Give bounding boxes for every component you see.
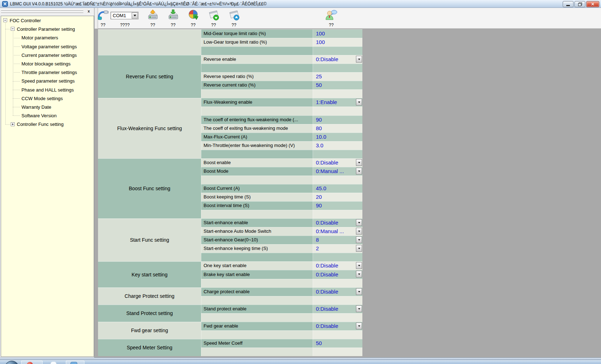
param-value-cell[interactable]: 1:Enable — [313, 98, 362, 107]
param-value[interactable]: 0:Disable — [316, 270, 338, 279]
tree-item-controller-func-setting[interactable]: Controller Func setting — [1, 120, 94, 128]
white-app-icon[interactable] — [50, 361, 57, 364]
tree-item-label: Motor blockage settings — [21, 61, 70, 67]
param-value-cell[interactable]: 45.0 — [313, 184, 362, 193]
tree-item-speed-parameter-settings[interactable]: Speed parameter settings — [1, 77, 94, 85]
minimize-button[interactable] — [563, 1, 573, 7]
param-value[interactable]: 90 — [316, 201, 322, 210]
read-params-button[interactable]: ?? — [145, 8, 161, 29]
param-value[interactable]: 0:Disable — [316, 322, 338, 330]
param-value[interactable]: 2 — [316, 244, 319, 253]
param-value-cell[interactable]: 0:Disable — [313, 322, 362, 330]
param-value-cell[interactable]: 100 — [313, 38, 362, 46]
com-port-dropdown-button[interactable] — [132, 13, 138, 19]
param-value-cell[interactable]: 0:Disable — [313, 218, 362, 227]
start-button[interactable] — [5, 361, 19, 364]
value-dropdown-button[interactable] — [356, 305, 362, 312]
param-value[interactable]: 90 — [316, 115, 322, 124]
taskbar-app-button[interactable] — [66, 360, 84, 364]
tree-item-controller-parameter-setting[interactable]: Controller Parameter setting — [1, 25, 94, 33]
param-value-cell[interactable]: 0:Disable — [313, 287, 362, 296]
param-value-cell[interactable]: 0:Disable — [313, 261, 362, 270]
value-dropdown-button[interactable] — [356, 219, 362, 226]
flash-button[interactable]: ?? — [185, 8, 201, 29]
panel-close-button[interactable]: x — [86, 9, 92, 14]
param-value[interactable]: 10.0 — [316, 133, 326, 141]
value-dropdown-button[interactable] — [356, 271, 362, 277]
param-value-cell[interactable]: 90 — [313, 115, 362, 124]
write-params-button[interactable]: ?? — [165, 8, 181, 29]
connect-button[interactable]: ?? — [95, 8, 111, 29]
param-value-cell[interactable]: 50 — [313, 339, 362, 348]
close-button[interactable]: ✕ — [586, 1, 599, 7]
param-value-cell[interactable]: 90 — [313, 201, 362, 210]
param-value[interactable]: 25 — [316, 72, 322, 81]
tree-item-throttle-parameter-settings[interactable]: Throttle parameter settings — [1, 68, 94, 77]
param-value-cell[interactable]: 50 — [313, 81, 362, 89]
param-value[interactable]: 0:Disable — [316, 158, 338, 167]
tree-item-warranty-date[interactable]: Warranty Date — [1, 103, 94, 111]
com-port-select[interactable]: COM1 — [111, 12, 138, 19]
tree-item-motor-parameters[interactable]: Motor parameters — [1, 33, 94, 42]
tree-item-voltage-parameter-settings[interactable]: Voltage parameter settings — [1, 42, 94, 51]
param-value-cell[interactable]: 2 — [313, 244, 362, 253]
param-value[interactable]: 3.0 — [316, 141, 323, 150]
export-button[interactable]: ?? — [226, 8, 242, 29]
param-value[interactable]: 50 — [316, 339, 322, 348]
param-value-cell[interactable]: 100 — [313, 29, 362, 38]
value-dropdown-button[interactable] — [356, 262, 362, 269]
param-value-cell[interactable]: 0:Disable — [313, 270, 362, 279]
taskbar-app-button[interactable] — [21, 360, 43, 364]
param-value-cell[interactable]: 25 — [313, 72, 362, 81]
value-dropdown-button[interactable] — [356, 323, 362, 329]
tree-item-label: Phase and HALL settings — [21, 87, 74, 92]
param-value[interactable]: 0:Disable — [316, 261, 338, 270]
param-value[interactable]: 45.0 — [316, 184, 326, 193]
value-dropdown-button[interactable] — [356, 99, 362, 105]
param-value-cell[interactable]: 0:Disable — [313, 305, 362, 313]
tree-item-phase-and-hall-settings[interactable]: Phase and HALL settings — [1, 85, 94, 94]
value-dropdown-button[interactable] — [356, 288, 362, 295]
value-dropdown-button[interactable] — [356, 159, 362, 166]
param-value[interactable]: 0:Disable — [316, 55, 338, 64]
import-button[interactable]: ?? — [205, 8, 222, 29]
param-value-cell[interactable]: 0:Manual ... — [313, 227, 362, 236]
param-value-cell[interactable]: 0:Disable — [313, 158, 362, 167]
collapse-icon[interactable] — [11, 27, 15, 31]
value-dropdown-button[interactable] — [356, 236, 362, 243]
param-value-cell[interactable]: 8 — [313, 236, 362, 244]
user-message-button[interactable]: ?? — [323, 8, 339, 29]
value-dropdown-button[interactable] — [356, 245, 362, 252]
param-value[interactable]: 0:Disable — [316, 305, 338, 313]
param-value[interactable]: 0:Disable — [316, 218, 338, 227]
tree-item-software-version[interactable]: Software Version — [1, 111, 94, 120]
collapse-icon[interactable] — [3, 18, 7, 22]
expand-icon[interactable] — [11, 122, 15, 126]
param-value[interactable]: 50 — [316, 81, 322, 89]
param-value[interactable]: 0:Manual ... — [316, 167, 344, 176]
param-value[interactable]: 100 — [316, 29, 325, 38]
param-value-cell[interactable]: 10.0 — [313, 133, 362, 141]
param-value-cell[interactable]: 0:Disable — [313, 55, 362, 64]
value-dropdown-button[interactable] — [356, 228, 362, 235]
grip-handle[interactable] — [1, 10, 83, 11]
value-dropdown-button[interactable] — [356, 56, 362, 63]
param-value[interactable]: 100 — [316, 38, 325, 46]
param-value[interactable]: 1:Enable — [316, 98, 337, 107]
param-value[interactable]: 80 — [316, 124, 322, 133]
param-value[interactable]: 8 — [316, 236, 319, 244]
restore-button[interactable] — [575, 1, 585, 7]
param-value[interactable]: 20 — [316, 193, 322, 201]
grip-handle[interactable] — [1, 12, 83, 13]
tree-item-current-parameter-settings[interactable]: Current parameter settings — [1, 51, 94, 59]
tree-item-ccw-mode-settings[interactable]: CCW Mode settings — [1, 94, 94, 103]
param-value-cell[interactable]: 80 — [313, 124, 362, 133]
param-value[interactable]: 0:Manual ... — [316, 227, 344, 236]
param-value-cell[interactable]: 3.0 — [313, 141, 362, 150]
value-dropdown-button[interactable] — [356, 168, 362, 174]
param-value-cell[interactable]: 20 — [313, 193, 362, 201]
param-value-cell[interactable]: 0:Manual ... — [313, 167, 362, 176]
param-value[interactable]: 0:Disable — [316, 287, 338, 296]
tree-item-motor-blockage-settings[interactable]: Motor blockage settings — [1, 59, 94, 68]
tree-item-foc-controller[interactable]: FOC Controller — [1, 16, 94, 25]
